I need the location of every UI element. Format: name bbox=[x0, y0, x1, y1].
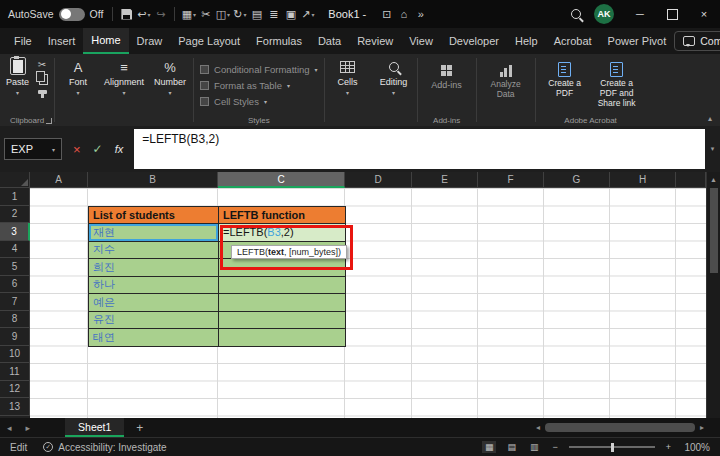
row-header-1[interactable]: 1 bbox=[0, 188, 30, 206]
home-shortcut-button[interactable]: ⌂ bbox=[395, 2, 412, 26]
row-header-2[interactable]: 2 bbox=[0, 206, 30, 224]
conditional-formatting-button[interactable]: Conditional Formatting ▾ bbox=[200, 62, 318, 76]
tab-formulas[interactable]: Formulas bbox=[248, 28, 310, 54]
alignment-group-button[interactable]: ≡ Alignment ▾ bbox=[101, 54, 147, 126]
zoom-slider[interactable] bbox=[569, 446, 655, 448]
font-group-button[interactable]: A Font ▾ bbox=[55, 54, 101, 126]
row-header-12[interactable]: 12 bbox=[0, 381, 30, 399]
cell-b8[interactable]: 유진 bbox=[89, 312, 219, 330]
row-header-4[interactable]: 4 bbox=[0, 241, 30, 259]
autosave-toggle[interactable] bbox=[59, 8, 85, 21]
page-break-view-icon[interactable]: ▥ bbox=[527, 441, 542, 453]
maximize-button[interactable] bbox=[656, 0, 688, 28]
row-header-6[interactable]: 6 bbox=[0, 276, 30, 294]
row-header-5[interactable]: 5 bbox=[0, 258, 30, 276]
name-box[interactable]: EXP ▾ bbox=[4, 138, 62, 160]
avatar[interactable]: AK bbox=[594, 4, 614, 24]
tab-file[interactable]: File bbox=[6, 28, 40, 54]
save-button[interactable] bbox=[118, 2, 135, 26]
row-header-7[interactable]: 7 bbox=[0, 293, 30, 311]
tab-draw[interactable]: Draw bbox=[129, 28, 171, 54]
cells-group-button[interactable]: Cells ▾ bbox=[325, 54, 371, 126]
column-header-f[interactable]: F bbox=[478, 172, 544, 188]
cell-c8[interactable] bbox=[219, 312, 346, 330]
cut-button[interactable]: ✂ bbox=[197, 2, 214, 26]
normal-view-icon[interactable]: ▦ bbox=[482, 441, 497, 453]
scroll-up-icon[interactable]: ▲ bbox=[710, 172, 717, 186]
rows-button[interactable]: ▤ bbox=[248, 2, 265, 26]
scroll-left-icon[interactable]: ◂ bbox=[536, 423, 540, 432]
column-header-a[interactable]: A bbox=[30, 172, 88, 188]
column-header-d[interactable]: D bbox=[345, 172, 412, 188]
number-group-button[interactable]: % Number ▾ bbox=[147, 54, 193, 126]
cell-b7[interactable]: 예은 bbox=[89, 294, 219, 312]
dialog-launcher-icon[interactable] bbox=[46, 118, 52, 124]
page-layout-view-icon[interactable]: ▤ bbox=[504, 441, 519, 453]
autosave-control[interactable]: AutoSave Off bbox=[8, 8, 103, 21]
search-button[interactable] bbox=[567, 2, 584, 26]
zoom-out-icon[interactable]: − bbox=[549, 441, 560, 453]
close-button[interactable]: × bbox=[688, 0, 720, 28]
zoom-slider-knob[interactable] bbox=[611, 443, 614, 452]
formula-input[interactable]: =LEFTB(B3,2) bbox=[134, 129, 705, 169]
format-as-table-button[interactable]: Format as Table ▾ bbox=[200, 78, 318, 92]
cell-style-button[interactable]: ▣ bbox=[282, 2, 299, 26]
zoom-in-icon[interactable]: + bbox=[663, 441, 674, 453]
tab-insert[interactable]: Insert bbox=[40, 28, 84, 54]
editing-group-button[interactable]: Editing ▾ bbox=[371, 54, 417, 126]
column-header-b[interactable]: B bbox=[88, 172, 218, 188]
add-sheet-button[interactable]: + bbox=[136, 421, 143, 435]
tab-home[interactable]: Home bbox=[83, 28, 128, 54]
column-header-g[interactable]: G bbox=[544, 172, 610, 188]
borders-button[interactable]: ▦▾ bbox=[180, 2, 197, 26]
vertical-scrollbar[interactable]: ▲ bbox=[706, 172, 720, 418]
scroll-right-icon[interactable]: ▸ bbox=[700, 423, 704, 432]
undo-button[interactable]: ↩▾ bbox=[135, 2, 152, 26]
column-header-h[interactable]: H bbox=[610, 172, 676, 188]
enter-icon[interactable]: ✓ bbox=[93, 142, 103, 156]
addins-button[interactable]: Add-ins bbox=[424, 57, 470, 90]
select-all-corner[interactable] bbox=[0, 172, 30, 188]
insert-function-icon[interactable]: fx bbox=[115, 143, 124, 155]
horizontal-scroll-thumb[interactable] bbox=[545, 423, 695, 432]
row-header-9[interactable]: 9 bbox=[0, 328, 30, 346]
row-header-13[interactable]: 13 bbox=[0, 398, 30, 416]
redo-button[interactable]: ↪ bbox=[152, 2, 169, 26]
cell-b4[interactable]: 지수 bbox=[89, 242, 219, 260]
list-button[interactable]: ≣ bbox=[265, 2, 282, 26]
cell-c6[interactable] bbox=[219, 277, 346, 295]
format-painter-icon[interactable] bbox=[38, 90, 47, 94]
tab-data[interactable]: Data bbox=[310, 28, 349, 54]
collapse-ribbon-icon[interactable]: ▴ bbox=[708, 114, 712, 123]
cell-b5[interactable]: 희진 bbox=[89, 259, 219, 277]
accessibility-status[interactable]: ✓ Accessibility: Investigate bbox=[43, 442, 166, 453]
tab-page-layout[interactable]: Page Layout bbox=[170, 28, 248, 54]
new-file-button[interactable]: ⊡ bbox=[378, 2, 395, 26]
cell-styles-button[interactable]: Cell Styles ▾ bbox=[200, 94, 318, 108]
column-header-e[interactable]: E bbox=[412, 172, 478, 188]
vertical-scroll-thumb[interactable] bbox=[710, 188, 718, 273]
cell-b6[interactable]: 하나 bbox=[89, 277, 219, 295]
cell-c2[interactable]: LEFTB function bbox=[219, 207, 346, 225]
cell-b3[interactable]: 재현 bbox=[89, 224, 219, 242]
tab-review[interactable]: Review bbox=[349, 28, 401, 54]
cell-b2[interactable]: List of students bbox=[89, 207, 219, 225]
sheet-tab-sheet1[interactable]: Sheet1 bbox=[65, 418, 124, 437]
cell-c9[interactable] bbox=[219, 329, 346, 347]
sheet-nav-left-icon[interactable]: ◂ bbox=[0, 423, 19, 433]
minimize-button[interactable]: ─ bbox=[624, 0, 656, 28]
paste-special-button[interactable]: ◫▾ bbox=[214, 2, 231, 26]
cut-icon[interactable]: ✂ bbox=[38, 60, 46, 70]
create-pdf-share-button[interactable]: Create a PDF and Share link bbox=[594, 57, 640, 108]
analyze-data-button[interactable]: Analyze Data bbox=[483, 57, 529, 100]
create-pdf-button[interactable]: Create a PDF bbox=[542, 57, 588, 108]
row-header-10[interactable]: 10 bbox=[0, 346, 30, 364]
tab-power-pivot[interactable]: Power Pivot bbox=[600, 28, 675, 54]
paste-button[interactable]: Paste ▾ bbox=[6, 57, 29, 96]
column-header-c[interactable]: C bbox=[218, 172, 345, 188]
tab-help[interactable]: Help bbox=[507, 28, 546, 54]
refresh-button[interactable]: ↻▾ bbox=[231, 2, 248, 26]
tab-view[interactable]: View bbox=[401, 28, 441, 54]
cancel-icon[interactable]: × bbox=[73, 142, 81, 157]
cell-b9[interactable]: 태연 bbox=[89, 329, 219, 347]
